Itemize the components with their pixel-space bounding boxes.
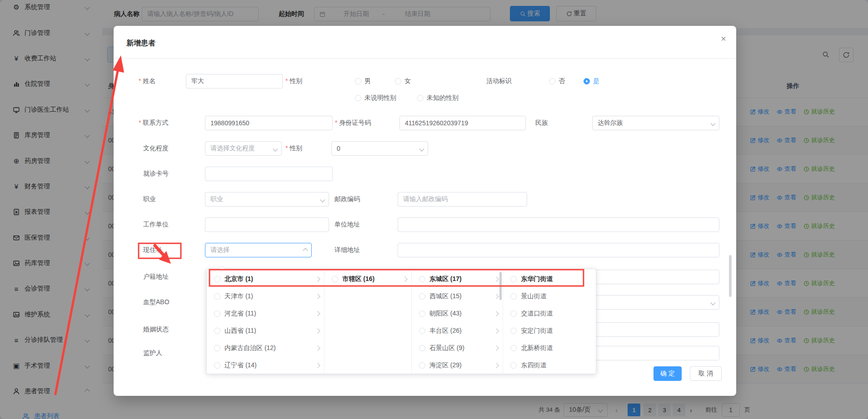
radio-icon (419, 328, 425, 334)
radio-icon (355, 95, 361, 101)
modal-title: 新增患者 (126, 39, 155, 48)
chevron-right-icon (494, 276, 499, 281)
active-yes-radio[interactable]: 是 (584, 77, 599, 85)
employer-address-label: 单位地址 (334, 221, 360, 229)
cascade-option-tianjin[interactable]: 天津市 (1) (207, 288, 324, 305)
gender-unstated-radio[interactable]: 未说明性别 (355, 94, 396, 102)
cascade-option-shijingshan[interactable]: 石景山区 (9) (412, 340, 503, 357)
modal-scrollbar[interactable] (729, 255, 732, 297)
marital-label: 婚姻状态 (143, 325, 169, 334)
radio-icon (214, 328, 220, 334)
radio-icon (510, 345, 517, 351)
contact-label: 联系方式 (139, 119, 168, 127)
radio-icon (510, 276, 517, 282)
radio-icon (510, 293, 517, 300)
radio-icon (419, 362, 425, 369)
chevron-right-icon (494, 294, 499, 299)
chevron-right-icon (402, 276, 407, 281)
close-icon[interactable]: × (721, 34, 726, 43)
chevron-right-icon (494, 363, 499, 368)
occupation-label: 职业 (143, 195, 156, 203)
gender-code-select[interactable]: 0 (331, 141, 428, 156)
chevron-right-icon (494, 345, 499, 350)
chevron-right-icon (494, 311, 499, 316)
employer-address-input[interactable] (398, 217, 719, 232)
radio-icon (417, 95, 424, 101)
contact-input[interactable]: 19880991650 (205, 116, 333, 130)
radio-icon (419, 345, 425, 351)
cascade-option-fengtai[interactable]: 丰台区 (26) (412, 322, 503, 340)
radio-icon (214, 362, 220, 369)
chevron-down-icon (710, 300, 715, 305)
radio-icon (214, 311, 220, 317)
cascade-province-column: 北京市 (1) 天津市 (1) 河北省 (11) 山西省 (11) 内蒙古自治区… (207, 269, 324, 374)
radio-icon (355, 78, 361, 84)
card-no-label: 就诊卡号 (143, 170, 169, 178)
radio-icon (510, 311, 517, 317)
cascade-option-donghuamen[interactable]: 东华门街道 (503, 271, 596, 288)
chevron-right-icon (315, 294, 320, 299)
radio-icon (214, 293, 220, 300)
radio-icon (549, 78, 555, 84)
radio-icon (214, 345, 220, 351)
radio-icon (419, 276, 425, 282)
address-cascade-panel: 北京市 (1) 天津市 (1) 河北省 (11) 山西省 (11) 内蒙古自治区… (206, 269, 596, 374)
modal-header-divider (114, 58, 736, 59)
column-scrollbar[interactable] (499, 272, 502, 300)
chevron-down-icon (419, 146, 424, 151)
cascade-option-beixinqiao[interactable]: 北新桥街道 (503, 340, 596, 357)
current-address-cascader[interactable]: 请选择 (205, 243, 312, 257)
education-label: 文化程度 (143, 144, 169, 153)
cascade-option-beijing[interactable]: 北京市 (1) (207, 271, 324, 288)
confirm-button[interactable]: 确 定 (653, 366, 682, 381)
cascade-option-shanxi[interactable]: 山西省 (11) (207, 322, 324, 340)
occupation-select[interactable]: 职业 (205, 192, 329, 207)
id-number-input[interactable]: 411625192602039719 (399, 116, 526, 130)
chevron-right-icon (315, 363, 320, 368)
detail-address-label: 详细地址 (334, 246, 360, 254)
cascade-option-dongsi[interactable]: 东四街道 (503, 357, 596, 374)
cascade-option-chaoyang[interactable]: 朝阳区 (43) (412, 305, 503, 322)
gender-female-radio[interactable]: 女 (395, 77, 411, 85)
active-no-radio[interactable]: 否 (549, 77, 565, 85)
chevron-right-icon (315, 345, 320, 350)
education-select[interactable]: 请选择文化程度 (205, 141, 282, 156)
gender-unknown-radio[interactable]: 未知的性别 (417, 94, 459, 102)
radio-icon (419, 293, 425, 300)
radio-icon (214, 276, 220, 282)
cascade-street-column: 东华门街道 景山街道 交道口街道 安定门街道 北新桥街道 东四街道 (503, 269, 596, 374)
cascade-option-shixiaqu[interactable]: 市辖区 (16) (324, 271, 411, 288)
detail-address-input[interactable] (398, 243, 719, 257)
cancel-button[interactable]: 取 消 (690, 366, 722, 381)
blood-type-label: 血型ABO (143, 298, 170, 306)
ethnicity-select[interactable]: 达斡尔族 (592, 116, 719, 130)
radio-icon (395, 78, 401, 84)
chevron-right-icon (315, 328, 320, 333)
gender-male-radio[interactable]: 男 (355, 77, 371, 85)
guardian-label: 监护人 (143, 349, 162, 357)
active-flag-label: 活动标识 (486, 77, 512, 85)
chevron-down-icon (710, 121, 715, 126)
cascade-option-hebei[interactable]: 河北省 (11) (207, 305, 324, 322)
cascade-option-neimenggu[interactable]: 内蒙古自治区 (12) (207, 340, 324, 357)
radio-icon (332, 276, 338, 282)
cascade-option-dongcheng[interactable]: 东城区 (17) (412, 271, 503, 288)
cascade-option-haidian[interactable]: 海淀区 (29) (412, 357, 503, 374)
postcode-input[interactable]: 请输入邮政编码 (398, 192, 527, 207)
name-input[interactable]: 牢大 (186, 74, 283, 89)
cascade-option-andingmen[interactable]: 安定门街道 (503, 322, 596, 340)
chevron-up-icon (303, 248, 308, 253)
chevron-right-icon (494, 328, 499, 333)
cascade-option-jiaodaokou[interactable]: 交道口街道 (503, 305, 596, 322)
card-no-input[interactable] (205, 167, 333, 181)
cascade-option-jingshan[interactable]: 景山街道 (503, 288, 596, 305)
radio-icon (419, 311, 425, 317)
chevron-right-icon (315, 311, 320, 316)
employer-input[interactable] (205, 217, 329, 232)
id-number-label: 身份证号码 (335, 119, 371, 127)
cascade-option-xicheng[interactable]: 西城区 (15) (412, 288, 503, 305)
cascade-option-liaoning[interactable]: 辽宁省 (14) (207, 357, 324, 374)
current-address-label: 现住址 (143, 246, 162, 254)
radio-checked-icon (584, 78, 590, 84)
gender-code-label: 性别 (285, 144, 302, 153)
